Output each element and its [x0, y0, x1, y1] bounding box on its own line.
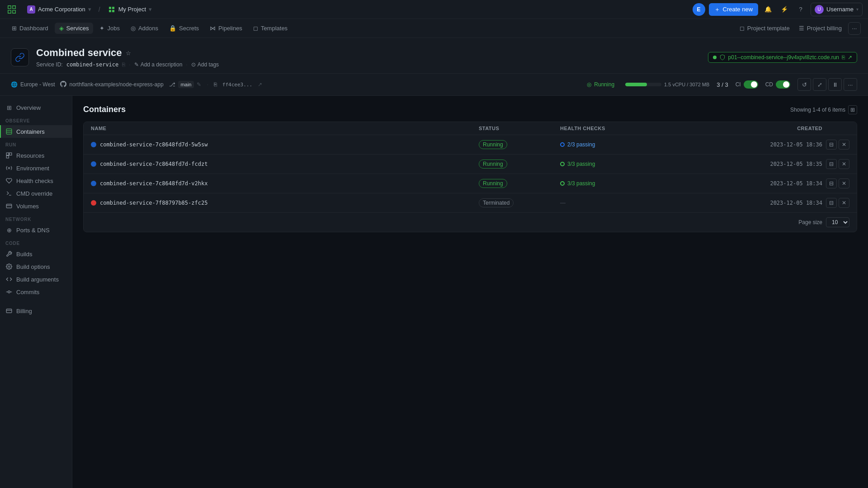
sidebar-item-ports-dns[interactable]: ⊕ Ports & DNS [0, 224, 72, 236]
ci-toggle-switch[interactable] [744, 80, 758, 89]
nav-services[interactable]: ◈ Services [55, 23, 94, 34]
link-icon[interactable]: ⎘ [214, 81, 217, 88]
help-icon[interactable]: ? [794, 3, 807, 16]
nav-pipelines[interactable]: ⋈ Pipelines [205, 23, 247, 34]
branch-icon: ⎇ [169, 81, 175, 88]
sidebar-item-billing[interactable]: Billing [0, 305, 72, 317]
create-new-button[interactable]: ＋ Create new [709, 3, 758, 16]
network-section-label: NETWORK [0, 214, 72, 224]
repo-info[interactable]: northflank-examples/node-express-app [60, 81, 163, 89]
favorite-icon[interactable]: ☆ [126, 50, 131, 56]
table-row[interactable]: combined-service-7c8648fd7d-v2hkx Runnin… [84, 174, 857, 193]
sidebar-item-build-arguments[interactable]: Build arguments [0, 273, 72, 286]
scale-button[interactable]: ⤢ [813, 78, 826, 91]
more-toolbar-button[interactable]: ··· [844, 78, 857, 91]
project-template-link[interactable]: ◻ Project template [737, 23, 793, 33]
add-tags-link[interactable]: ⊙ Add tags [191, 61, 219, 68]
app-logo[interactable] [5, 3, 18, 16]
resource-bar-fill [625, 83, 647, 86]
containers-icon [5, 128, 13, 135]
container-status-4: Terminated [479, 198, 560, 207]
nav-secrets-label: Secrets [179, 25, 199, 32]
billing-label: Billing [16, 308, 32, 314]
svg-point-11 [8, 291, 10, 293]
sidebar-item-containers[interactable]: Containers [0, 125, 72, 138]
container-status-2: Running [479, 160, 560, 169]
service-id-value: combined-service [66, 61, 119, 68]
volumes-label: Volumes [16, 203, 39, 210]
health-checks-icon [5, 177, 13, 184]
pause-button[interactable]: ⏸ [828, 78, 842, 91]
nav-jobs[interactable]: ✦ Jobs [95, 23, 124, 34]
container-status-3: Running [479, 179, 560, 188]
container-details-btn-1[interactable]: ⊟ [826, 140, 837, 150]
rollback-button[interactable]: ↺ [797, 78, 811, 91]
service-header: Combined service ☆ Service ID: combined-… [0, 38, 868, 74]
nav-templates[interactable]: ◻ Templates [249, 23, 292, 34]
page-size-select[interactable]: 10 25 50 [826, 217, 849, 227]
service-name: Combined service [36, 47, 122, 59]
sidebar-item-builds[interactable]: Builds [0, 248, 72, 260]
project-breadcrumb[interactable]: My Project ▾ [104, 4, 156, 15]
cd-toggle-switch[interactable] [776, 80, 790, 89]
open-url-icon[interactable]: ↗ [848, 54, 852, 61]
sidebar-item-environment[interactable]: Environment [0, 162, 72, 174]
sidebar-item-health-checks[interactable]: Health checks [0, 174, 72, 187]
activity-icon[interactable]: ⚡ [778, 3, 791, 16]
breadcrumb-separator: / [99, 6, 100, 13]
project-icon [108, 5, 116, 14]
running-badge-1: Running [479, 140, 507, 149]
row-actions-3: ⊟ ✕ [822, 178, 849, 188]
main-layout: ⊞ Overview OBSERVE Containers RUN Resour… [0, 96, 868, 488]
user-menu[interactable]: U Username ▾ [811, 3, 863, 16]
container-name-2: combined-service-7c8648fd7d-fcdzt [91, 161, 479, 167]
notifications-icon[interactable]: 🔔 [762, 3, 774, 16]
sidebar-item-commits[interactable]: Commits [0, 286, 72, 298]
container-close-btn-2[interactable]: ✕ [839, 159, 849, 169]
dashboard-icon: ⊞ [12, 25, 17, 32]
svg-rect-3 [6, 153, 9, 155]
grid-view-icon[interactable]: ⊞ [848, 105, 857, 114]
copy-url-icon[interactable]: ⎘ [842, 54, 845, 61]
sidebar-item-overview[interactable]: ⊞ Overview [0, 101, 72, 114]
more-options-button[interactable]: ··· [848, 22, 861, 35]
container-details-btn-2[interactable]: ⊟ [826, 159, 837, 169]
service-url-badge[interactable]: p01--combined-service--j9v4xpvl8ztc.code… [708, 52, 857, 63]
project-billing-link[interactable]: ☰ Project billing [796, 23, 844, 33]
running-badge-3: Running [479, 179, 507, 188]
nav-secrets[interactable]: 🔒 Secrets [165, 23, 203, 34]
showing-label: Showing 1-4 of 6 items ⊞ [790, 105, 857, 114]
copy-id-icon[interactable]: ⎘ [122, 61, 125, 68]
add-description-link[interactable]: ✎ Add a description [134, 61, 183, 68]
container-status-dot-2 [91, 161, 96, 167]
table-row[interactable]: combined-service-7c8648fd7d-fcdzt Runnin… [84, 155, 857, 174]
org-breadcrumb[interactable]: A Acme Corporation ▾ [24, 4, 95, 15]
container-close-btn-4[interactable]: ✕ [839, 198, 849, 208]
open-commit-icon[interactable]: ↗ [258, 81, 262, 88]
user-avatar-purple: U [815, 5, 824, 14]
branch-info[interactable]: ⎇ main ✎ [169, 81, 202, 88]
svg-point-10 [8, 266, 10, 267]
container-details-btn-3[interactable]: ⊟ [826, 178, 837, 188]
edit-branch-icon[interactable]: ✎ [197, 81, 201, 88]
table-row[interactable]: combined-service-7f88797b85-zfc25 Termin… [84, 193, 857, 213]
container-details-btn-4[interactable]: ⊟ [826, 198, 837, 208]
secondary-navigation: ⊞ Dashboard ◈ Services ✦ Jobs ◎ Addons 🔒… [0, 19, 868, 38]
container-close-btn-3[interactable]: ✕ [839, 178, 849, 188]
sidebar-item-resources[interactable]: Resources [0, 149, 72, 162]
svg-rect-0 [6, 129, 12, 134]
resources-label: Resources [16, 152, 44, 159]
tag-icon: ⊙ [191, 61, 196, 68]
col-status: Status [479, 126, 560, 131]
sidebar-item-build-options[interactable]: Build options [0, 260, 72, 273]
sidebar-item-cmd-override[interactable]: CMD override [0, 187, 72, 200]
toolbar-actions: ↺ ⤢ ⏸ ··· [797, 78, 857, 91]
top-nav-right: E ＋ Create new 🔔 ⚡ ? U Username ▾ [693, 3, 863, 16]
table-row[interactable]: combined-service-7c8648fd7d-5w5sw Runnin… [84, 135, 857, 155]
sidebar-item-volumes[interactable]: Volumes [0, 200, 72, 212]
container-close-btn-1[interactable]: ✕ [839, 140, 849, 150]
sec-nav-right: ◻ Project template ☰ Project billing ··· [737, 22, 861, 35]
nav-addons[interactable]: ◎ Addons [126, 23, 163, 34]
nav-dashboard[interactable]: ⊞ Dashboard [7, 23, 53, 34]
col-created: Created [741, 126, 822, 131]
